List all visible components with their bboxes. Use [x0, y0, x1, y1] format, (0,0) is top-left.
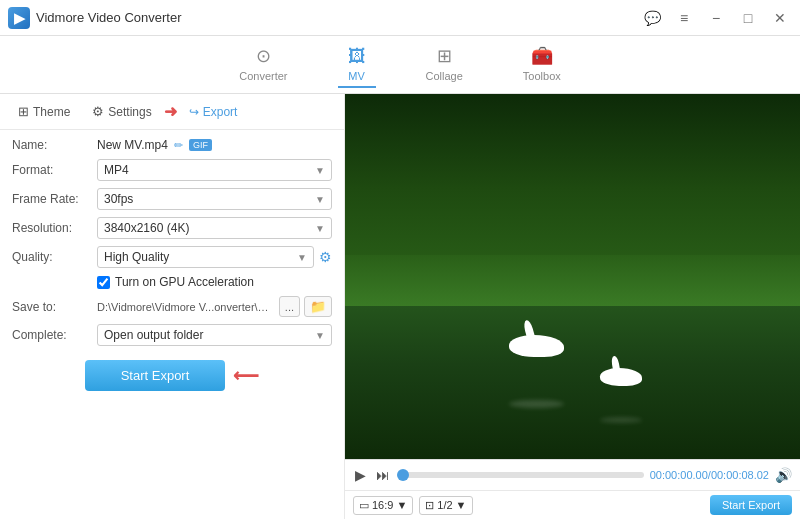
- name-label: Name:: [12, 138, 97, 152]
- controls-left: ▭ 16:9 ▼ ⊡ 1/2 ▼: [353, 496, 473, 515]
- resolution-arrow-icon: ▼: [315, 223, 325, 234]
- settings-arrow-icon: ➜: [164, 102, 177, 121]
- tab-collage-label: Collage: [426, 70, 463, 82]
- resolution-value: 3840x2160 (4K): [104, 221, 189, 235]
- ratio-arrow-icon: ▼: [396, 499, 407, 511]
- complete-select[interactable]: Open output folder ▼: [97, 324, 332, 346]
- gpu-row: Turn on GPU Acceleration: [12, 275, 332, 289]
- maximize-button[interactable]: □: [736, 6, 760, 30]
- tab-converter[interactable]: ⊙ Converter: [229, 41, 297, 88]
- gpu-label: Turn on GPU Acceleration: [115, 275, 254, 289]
- middle-bg: [345, 255, 800, 306]
- quality-value: High Quality: [104, 250, 169, 264]
- title-bar-right: 💬 ≡ − □ ✕: [640, 6, 792, 30]
- settings-form: Name: New MV.mp4 ✏ GIF Format: MP4 ▼ Fra…: [0, 130, 344, 519]
- start-export-button-main[interactable]: Start Export: [85, 360, 226, 391]
- name-value: New MV.mp4: [97, 138, 168, 152]
- gpu-checkbox[interactable]: [97, 276, 110, 289]
- next-button[interactable]: ⏭: [374, 465, 392, 485]
- tab-mv-label: MV: [348, 70, 365, 82]
- format-arrow-icon: ▼: [315, 165, 325, 176]
- ratio-icon: ▭: [359, 499, 369, 512]
- complete-arrow-icon: ▼: [315, 330, 325, 341]
- swan-2-body: [600, 368, 642, 386]
- resolution-select[interactable]: 3840x2160 (4K) ▼: [97, 217, 332, 239]
- close-button[interactable]: ✕: [768, 6, 792, 30]
- zoom-arrow-icon: ▼: [456, 499, 467, 511]
- export-label: Export: [203, 105, 238, 119]
- tab-toolbox-label: Toolbox: [523, 70, 561, 82]
- minimize-button[interactable]: −: [704, 6, 728, 30]
- time-total: 00:00:08.02: [711, 469, 769, 481]
- name-edit-icon[interactable]: ✏: [174, 139, 183, 152]
- name-badge: GIF: [189, 139, 212, 151]
- format-label: Format:: [12, 163, 97, 177]
- quality-label: Quality:: [12, 250, 97, 264]
- name-value-container: New MV.mp4 ✏ GIF: [97, 138, 332, 152]
- progress-bar[interactable]: [398, 472, 644, 478]
- framerate-select[interactable]: 30fps ▼: [97, 188, 332, 210]
- export-icon: ↪: [189, 105, 199, 119]
- start-export-arrow-icon: ⟵: [233, 360, 259, 391]
- controls-row2: ▭ 16:9 ▼ ⊡ 1/2 ▼ Start Export: [345, 490, 800, 519]
- zoom-value: 1/2: [437, 499, 452, 511]
- quality-arrow-icon: ▼: [297, 252, 307, 263]
- tab-collage[interactable]: ⊞ Collage: [416, 41, 473, 88]
- title-bar: ▶ Vidmore Video Converter 💬 ≡ − □ ✕: [0, 0, 800, 36]
- toolbox-icon: 🧰: [531, 45, 553, 67]
- time-current: 00:00:00.00: [650, 469, 708, 481]
- swan-1-body: [509, 335, 564, 357]
- tab-mv[interactable]: 🖼 MV: [338, 42, 376, 88]
- export-tab[interactable]: ↪ Export: [179, 101, 248, 123]
- settings-tab[interactable]: ⚙ Settings: [82, 100, 161, 123]
- quality-select[interactable]: High Quality ▼: [97, 246, 314, 268]
- tab-converter-label: Converter: [239, 70, 287, 82]
- format-select[interactable]: MP4 ▼: [97, 159, 332, 181]
- scene: [345, 94, 800, 459]
- video-controls: ▶ ⏭ 00:00:00.00/00:00:08.02 🔊: [345, 459, 800, 490]
- app-title: Vidmore Video Converter: [36, 10, 182, 25]
- play-button[interactable]: ▶: [353, 465, 368, 485]
- tab-toolbox[interactable]: 🧰 Toolbox: [513, 41, 571, 88]
- volume-icon[interactable]: 🔊: [775, 467, 792, 483]
- sub-tabs: ⊞ Theme ⚙ Settings ➜ ↪ Export: [0, 94, 344, 130]
- framerate-row: Frame Rate: 30fps ▼: [12, 188, 332, 210]
- start-export-container: Start Export ⟵: [12, 360, 332, 391]
- saveto-label: Save to:: [12, 300, 97, 314]
- ratio-select[interactable]: ▭ 16:9 ▼: [353, 496, 413, 515]
- menu-button[interactable]: ≡: [672, 6, 696, 30]
- framerate-arrow-icon: ▼: [315, 194, 325, 205]
- title-bar-left: ▶ Vidmore Video Converter: [8, 7, 182, 29]
- framerate-label: Frame Rate:: [12, 192, 97, 206]
- settings-label: Settings: [108, 105, 151, 119]
- save-buttons: ... 📁: [279, 296, 332, 317]
- complete-row: Complete: Open output folder ▼: [12, 324, 332, 346]
- zoom-select[interactable]: ⊡ 1/2 ▼: [419, 496, 472, 515]
- chat-button[interactable]: 💬: [640, 6, 664, 30]
- swan-1: [509, 320, 564, 357]
- time-display: 00:00:00.00/00:00:08.02: [650, 469, 769, 481]
- quality-settings-icon[interactable]: ⚙: [319, 249, 332, 265]
- saveto-row: Save to: D:\Vidmore\Vidmore V...onverter…: [12, 296, 332, 317]
- zoom-icon: ⊡: [425, 499, 434, 512]
- name-row: Name: New MV.mp4 ✏ GIF: [12, 138, 332, 152]
- save-dots-button[interactable]: ...: [279, 296, 300, 317]
- left-panel: ⊞ Theme ⚙ Settings ➜ ↪ Export Name: New …: [0, 94, 345, 519]
- framerate-value: 30fps: [104, 192, 133, 206]
- swan-1-reflection: [509, 400, 564, 408]
- main-content: ⊞ Theme ⚙ Settings ➜ ↪ Export Name: New …: [0, 94, 800, 519]
- video-preview: [345, 94, 800, 459]
- mv-icon: 🖼: [348, 46, 366, 67]
- converter-icon: ⊙: [256, 45, 271, 67]
- collage-icon: ⊞: [437, 45, 452, 67]
- start-export-button-small[interactable]: Start Export: [710, 495, 792, 515]
- quality-row: Quality: High Quality ▼ ⚙: [12, 246, 332, 268]
- swan-2: [600, 356, 642, 386]
- format-value: MP4: [104, 163, 129, 177]
- save-path: D:\Vidmore\Vidmore V...onverter\MV Expor…: [97, 301, 275, 313]
- save-folder-button[interactable]: 📁: [304, 296, 332, 317]
- resolution-row: Resolution: 3840x2160 (4K) ▼: [12, 217, 332, 239]
- theme-label: Theme: [33, 105, 70, 119]
- theme-tab[interactable]: ⊞ Theme: [8, 100, 80, 123]
- swan-2-neck: [611, 356, 621, 373]
